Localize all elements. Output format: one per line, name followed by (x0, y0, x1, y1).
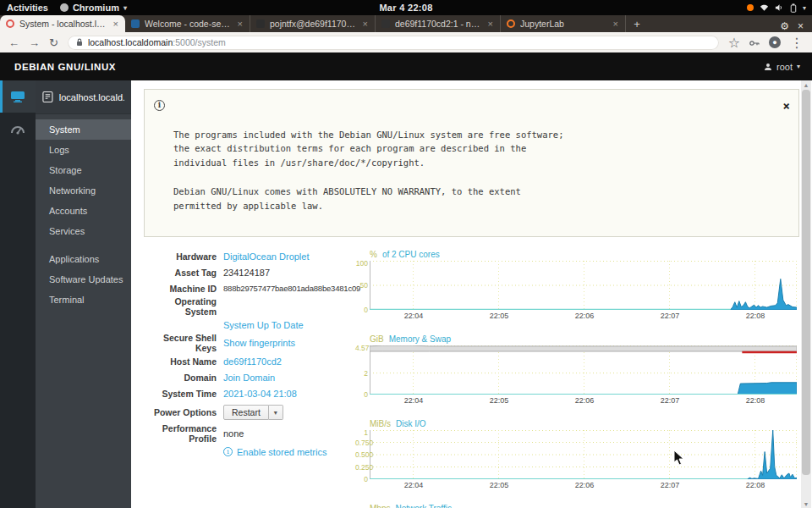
new-tab-button[interactable]: + (626, 15, 648, 32)
scrollbar-thumb[interactable] (802, 90, 810, 475)
detail-link[interactable]: System Up To Date (223, 320, 304, 330)
detail-link[interactable]: 2021-03-04 21:08 (223, 389, 297, 399)
activities-button[interactable]: Activities (7, 3, 48, 13)
forward-button[interactable]: → (29, 37, 40, 48)
chart-title-row: GiBMemory & Swap (370, 333, 799, 345)
host-switcher-strip (0, 80, 36, 508)
tab-close-icon[interactable]: × (237, 19, 244, 29)
recording-indicator-icon (747, 4, 754, 11)
sidebar-item-software-updates[interactable]: Software Updates (36, 269, 131, 290)
x-tick-label: 22:04 (404, 396, 424, 405)
sidebar-item-terminal[interactable]: Terminal (36, 290, 131, 310)
detail-row-performance-profile: Performance Profilenone (144, 423, 355, 444)
chart-title-row: MiB/sDisk I/O (370, 417, 799, 430)
scroll-down-icon[interactable]: ▼ (801, 500, 811, 508)
tab-close-icon[interactable]: × (362, 19, 369, 29)
close-icon[interactable]: × (783, 97, 790, 115)
detail-link[interactable]: de69f1170cd2 (223, 356, 282, 367)
tab-title: System - localhost.locald… (19, 19, 107, 29)
browser-tab-5[interactable]: JupyterLab× (501, 15, 626, 32)
battery-icon (790, 3, 797, 13)
url-text: localhost.localdomain:5000/system (88, 37, 226, 47)
detail-link[interactable]: Show fingerprints (223, 338, 295, 348)
power-options-caret[interactable]: ▾ (269, 405, 283, 420)
sidebar-host[interactable]: localhost.locald... (36, 80, 131, 114)
x-tick-label: 22:06 (575, 396, 595, 405)
tab-title: de69f1170cd2:1 - noVNC (395, 19, 482, 29)
info-circle-icon: i (223, 447, 233, 456)
tab-close-icon[interactable]: × (487, 19, 494, 29)
detail-link[interactable]: Join Domain (223, 373, 275, 383)
chevron-down-icon: ▾ (803, 4, 806, 12)
x-tick-label: 22:06 (575, 312, 595, 320)
sidebar-item-storage[interactable]: Storage (36, 160, 131, 180)
reload-button[interactable]: ↻ (49, 37, 58, 48)
chart-memory-swap: GiBMemory & Swap4.572022:0422:0522:0622:… (355, 333, 799, 406)
dashboard-button[interactable] (0, 113, 36, 145)
scrollbar[interactable]: ▲ ▼ (801, 80, 811, 508)
detail-label: Domain (144, 373, 217, 383)
detail-link[interactable]: DigitalOcean Droplet (223, 251, 310, 262)
user-name: root (776, 62, 793, 72)
chart-unit-label: GiB (370, 334, 384, 344)
tab-title: JupyterLab (520, 19, 607, 29)
nav-divider (36, 241, 131, 249)
scroll-up-icon[interactable]: ▲ (801, 80, 811, 89)
browser-tab-1[interactable]: System - localhost.locald…× (0, 15, 125, 32)
x-tick-label: 22:07 (661, 396, 680, 405)
browser-tab-3[interactable]: pojntfx@de69f1170cd2: ~× (250, 15, 376, 32)
avatar[interactable]: ● (769, 36, 781, 48)
chart-plot[interactable]: 4.5720 (370, 345, 799, 395)
clock[interactable]: Mar 4 22:08 (379, 0, 432, 15)
tab-title: Welcome - code-server (145, 19, 232, 29)
host-machine-button[interactable] (0, 80, 36, 113)
sidebar-item-applications[interactable]: Applications (36, 249, 131, 269)
sidebar-host-name: localhost.locald... (59, 92, 124, 102)
user-menu[interactable]: root ▾ (764, 62, 812, 72)
brand-title: DEBIAN GNU/LINUX (0, 62, 116, 72)
detail-label: Performance Profile (144, 423, 217, 444)
chart-unit-label: Mbps (370, 504, 390, 508)
browser-tab-4[interactable]: de69f1170cd2:1 - noVNC× (376, 15, 501, 32)
browser-settings-icon[interactable]: ⚙ (780, 20, 789, 32)
back-button[interactable]: ← (8, 37, 19, 48)
tab-close-icon[interactable]: × (112, 19, 119, 29)
sidebar-item-services[interactable]: Services (36, 221, 131, 241)
sidebar-item-accounts[interactable]: Accounts (36, 201, 131, 221)
sidebar-nav: SystemLogsStorageNetworkingAccountsServi… (36, 114, 131, 310)
chart-plot[interactable]: 100500 (370, 261, 799, 310)
chart-plot[interactable]: 10.7500.5000.2500 (370, 430, 799, 479)
x-tick-label: 22:05 (490, 396, 509, 405)
y-tick-label: 0 (355, 475, 368, 483)
x-tick-label: 22:08 (746, 481, 765, 489)
bookmark-star-icon[interactable]: ☆ (728, 35, 740, 51)
y-tick-label: 2 (355, 369, 368, 378)
novnc-favicon (381, 19, 390, 28)
detail-row-domain: DomainJoin Domain (144, 369, 355, 385)
y-tick-label: 0.750 (355, 439, 368, 447)
detail-label: Machine ID (144, 284, 217, 294)
y-tick-label: 4.57 (355, 344, 368, 352)
enable-stored-metrics-link[interactable]: iEnable stored metrics (223, 447, 326, 457)
sidebar-item-system[interactable]: System (36, 119, 131, 140)
sidebar-item-logs[interactable]: Logs (36, 140, 131, 160)
y-tick-label: 0 (355, 306, 368, 314)
x-tick-label: 22:07 (661, 312, 680, 320)
tab-close-icon[interactable]: × (612, 19, 619, 29)
detail-value: 234124187 (223, 268, 270, 278)
restart-button[interactable]: Restart (223, 405, 269, 420)
key-icon[interactable] (749, 35, 760, 50)
url-bar[interactable]: localhost.localdomain:5000/system (68, 36, 719, 50)
browser-menu-icon[interactable]: ⋮ (790, 35, 804, 51)
chart-of-2-cpu-cores: %of 2 CPU cores10050022:0422:0522:0622:0… (355, 248, 799, 322)
window-close-icon[interactable]: × (798, 20, 804, 32)
x-tick-label: 22:05 (490, 312, 509, 320)
browser-tab-2[interactable]: Welcome - code-server× (125, 15, 250, 32)
chevron-down-icon: ▾ (123, 4, 127, 12)
x-tick-label: 22:06 (575, 481, 595, 489)
system-tray[interactable]: ▾ (747, 3, 812, 13)
sidebar-item-networking[interactable]: Networking (36, 180, 131, 201)
app-menu[interactable]: Chromium ▾ (60, 3, 127, 13)
charts-column: %of 2 CPU cores10050022:0422:0522:0622:0… (355, 248, 799, 508)
jupyter-favicon (507, 19, 515, 28)
